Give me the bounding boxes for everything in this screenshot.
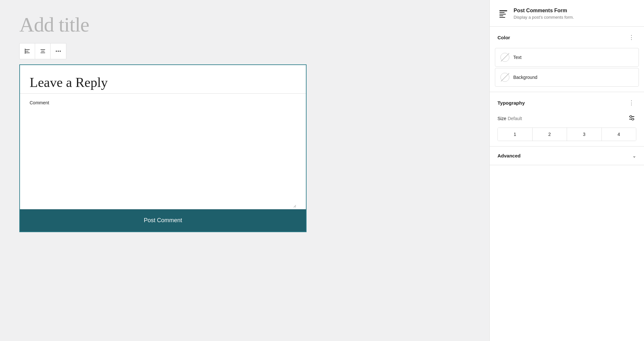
svg-point-8	[58, 51, 59, 52]
comment-label: Comment	[20, 93, 306, 108]
size-label: Size	[497, 116, 506, 121]
size-controls-button[interactable]	[627, 113, 636, 124]
color-panel-header[interactable]: Color ⋮	[490, 27, 644, 48]
size-label-group: Size Default	[497, 116, 522, 121]
svg-rect-6	[41, 52, 45, 53]
block-name: Post Comments Form	[514, 8, 574, 14]
toolbar-center-button[interactable]	[35, 43, 51, 59]
sidebar: Post Comments Form Display a post's comm…	[489, 0, 644, 341]
align-icon	[24, 48, 31, 54]
post-comment-button[interactable]: Post Comment	[20, 209, 306, 232]
text-color-label: Text	[513, 55, 522, 60]
page-title[interactable]: Add title	[19, 13, 89, 37]
svg-rect-11	[499, 12, 505, 13]
svg-rect-14	[499, 17, 505, 18]
block-info-header: Post Comments Form Display a post's comm…	[490, 0, 644, 27]
color-panel: Color ⋮ Text Background	[490, 27, 644, 92]
typography-panel-menu-button[interactable]: ⋮	[627, 99, 636, 107]
font-size-2-button[interactable]: 2	[533, 128, 567, 141]
font-size-4-button[interactable]: 4	[602, 128, 636, 141]
advanced-panel-header[interactable]: Advanced ⌄	[490, 147, 644, 165]
advanced-panel-title: Advanced	[497, 153, 521, 158]
background-color-swatch	[500, 73, 509, 82]
svg-rect-0	[25, 49, 30, 50]
comment-textarea-wrapper	[20, 108, 306, 209]
svg-point-7	[56, 51, 57, 52]
block-info-text: Post Comments Form Display a post's comm…	[514, 8, 574, 20]
typography-content: Size Default 1 2 3 4	[490, 113, 644, 146]
size-value: Default	[508, 116, 522, 121]
size-row: Size Default	[497, 113, 636, 124]
toolbar-more-button[interactable]	[51, 43, 66, 59]
font-size-buttons: 1 2 3 4	[497, 128, 636, 141]
block-toolbar	[19, 43, 66, 59]
block-icon	[497, 8, 509, 20]
color-options: Text Background	[490, 48, 644, 92]
svg-point-18	[632, 118, 634, 120]
canvas-area: Add title	[0, 0, 489, 341]
more-icon	[55, 48, 62, 54]
color-panel-title: Color	[497, 35, 510, 40]
text-color-swatch	[500, 53, 509, 62]
font-size-3-button[interactable]: 3	[567, 128, 602, 141]
svg-rect-2	[25, 52, 30, 53]
post-comments-icon	[499, 10, 508, 19]
advanced-panel: Advanced ⌄	[490, 147, 644, 165]
comment-form-block: Leave a Reply Comment Post Comment	[19, 64, 307, 232]
text-color-option[interactable]: Text	[495, 48, 639, 67]
color-panel-menu-button[interactable]: ⋮	[627, 33, 636, 42]
background-color-label: Background	[513, 75, 537, 80]
svg-rect-10	[499, 10, 507, 11]
svg-rect-1	[25, 51, 28, 52]
typography-panel: Typography ⋮ Size Default	[490, 92, 644, 147]
background-color-option[interactable]: Background	[495, 68, 639, 87]
toolbar-align-button[interactable]	[20, 43, 35, 59]
svg-rect-5	[41, 51, 44, 52]
sliders-icon	[629, 115, 635, 121]
center-icon	[40, 48, 46, 54]
svg-rect-12	[499, 14, 506, 14]
font-size-1-button[interactable]: 1	[498, 128, 533, 141]
chevron-down-icon: ⌄	[632, 153, 636, 158]
typography-panel-title: Typography	[497, 100, 525, 106]
comment-textarea[interactable]	[30, 108, 296, 208]
leave-reply-heading: Leave a Reply	[20, 65, 306, 93]
typography-panel-header[interactable]: Typography ⋮	[490, 92, 644, 113]
svg-point-17	[630, 116, 632, 118]
svg-rect-4	[41, 49, 45, 50]
svg-point-9	[60, 51, 61, 52]
svg-rect-13	[499, 15, 503, 16]
svg-rect-3	[25, 49, 25, 54]
block-description: Display a post's comments form.	[514, 15, 574, 20]
